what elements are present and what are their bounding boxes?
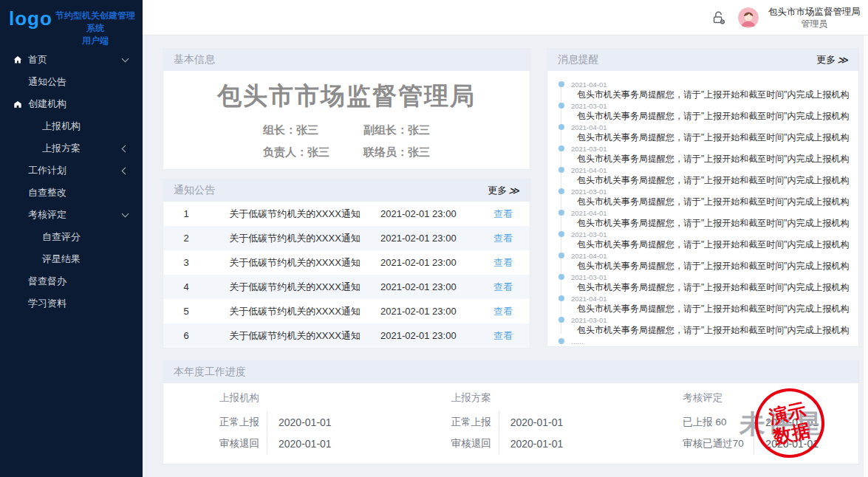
messages-title: 消息提醒 [558,53,599,66]
message-date: 2021-03-01 [571,316,848,324]
field-value: 张三 [296,123,318,136]
message-text: 包头市机关事务局提醒您，请于"上报开始和截至时间"内完成上报机构 [571,90,848,100]
message-item: 2021-03-01包头市机关事务局提醒您，请于"上报开始和截至时间"内完成上报… [558,316,848,335]
user-org-name: 包头市市场监督管理局 [768,6,861,18]
message-text: 包头市机关事务局提醒您，请于"上报开始和截至时间"内完成上报机构 [571,219,848,228]
notices-more-label: 更多 [488,184,507,197]
notice-title: 关于低碳节约机关的XXXX通知 [209,207,380,221]
view-link[interactable]: 查看 [476,232,530,245]
message-item: 2021-03-01包头市机关事务局提醒您，请于"上报开始和截至时间"内完成上报… [558,145,848,164]
message-item: 2021-04-01包头市机关事务局提醒您，请于"上报开始和截至时间"内完成上报… [558,295,848,314]
sidebar-item-label: 自查整改 [28,186,66,199]
message-text: 包头市机关事务局提醒您，请于"上报开始和截至时间"内完成上报机构 [571,326,848,335]
message-date: 2021-03-01 [571,102,848,110]
progress-header: 本年度工作进度 [163,361,858,383]
notice-title: 关于低碳节约机关的XXXX通知 [209,305,380,318]
sidebar-item-home[interactable]: 首页 [0,49,143,71]
field-value: 张三 [307,145,329,158]
sidebar-item-create-org[interactable]: 创建机构 [0,93,143,115]
system-title-line1: 节约型机关创建管理系统 [52,10,138,35]
message-date: 2021-04-01 [571,295,848,303]
sidebar-item-self-check[interactable]: 自查整改 [0,182,143,204]
message-text: 包头市机关事务局提醒您，请于"上报开始和截至时间"内完成上报机构 [571,261,848,271]
sidebar-item-self-score[interactable]: 自查评分 [0,226,143,248]
progress-value: 2020-01-01 [267,433,332,454]
notice-row: 4关于低碳节约机关的XXXX通知2021-02-01 23:00查看 [163,275,530,299]
timeline-dot-icon [558,231,564,237]
system-title-line2: 用户端 [52,35,138,47]
timeline-ellipsis: ...... [558,337,848,346]
message-item: 2021-04-01包头市机关事务局提醒您，请于"上报开始和截至时间"内完成上报… [558,209,848,228]
user-info[interactable]: 包头市市场监督管理局 管理员 [768,6,861,30]
view-link[interactable]: 查看 [476,305,530,318]
basic-info-title: 基本信息 [174,53,215,66]
sidebar-item-label: 考核评定 [28,208,66,222]
notice-index: 3 [163,257,209,268]
timeline-dot-icon [558,210,564,216]
timeline-dot-icon [558,253,564,258]
progress-line: 正常上报2020-01-01 [219,411,395,433]
sidebar-item-label: 通知公告 [28,75,66,89]
notice-date: 2021-02-01 23:00 [380,208,476,219]
field-value: 张三 [408,123,430,136]
chevron-left-icon [122,145,129,152]
sidebar-item-study[interactable]: 学习资料 [0,292,143,315]
message-item: 2021-04-01包头市机关事务局提醒您，请于"上报开始和截至时间"内完成上报… [558,252,848,271]
sidebar-item-label: 督查督办 [28,275,66,288]
messages-more-label: 更多 [816,53,835,66]
messages-more-link[interactable]: 更多 ≫ [816,53,848,66]
sidebar-item-label: 首页 [28,53,47,66]
notice-row: 1关于低碳节约机关的XXXX通知2021-02-01 23:00查看 [163,202,530,226]
notices-table: 1关于低碳节约机关的XXXX通知2021-02-01 23:00查看2关于低碳节… [163,202,530,348]
notice-index: 1 [163,208,209,219]
lock-settings-icon[interactable] [709,8,728,27]
message-date: 2021-03-01 [571,145,848,153]
sidebar-item-report-plan[interactable]: 上报方案 [0,137,143,159]
topbar: 包头市市场监督管理局 管理员 [143,0,868,35]
avatar[interactable] [738,7,759,28]
view-link[interactable]: 查看 [476,281,530,294]
sidebar-item-label: 上报方案 [42,142,81,155]
message-text: 包头市机关事务局提醒您，请于"上报开始和截至时间"内完成上报机构 [571,240,848,250]
view-link[interactable]: 查看 [476,256,530,270]
progress-value: 2020-01-01 [267,411,332,433]
progress-line: 正常上报2020-01-01 [451,411,627,433]
user-role: 管理员 [768,18,861,30]
sidebar-item-assessment[interactable]: 考核评定 [0,204,143,226]
progress-label: 审核退回 [219,437,267,450]
sidebar-item-star-result[interactable]: 评星结果 [0,248,143,270]
field-value: 张三 [408,145,430,158]
chevron-left-icon [122,167,129,174]
timeline-dot-icon [558,338,564,344]
sidebar-item-supervise[interactable]: 督查督办 [0,270,143,292]
field-label: 副组长： [363,123,408,136]
scrollbar-track[interactable] [863,35,868,477]
field-label: 负责人： [263,145,307,158]
progress-label: 正常上报 [451,416,499,429]
double-arrow-icon: ≫ [508,185,519,196]
sidebar-menu: 首页通知公告创建机构上报机构上报方案工作计划自查整改考核评定自查评分评星结果督查… [0,49,143,315]
notice-title: 关于低碳节约机关的XXXX通知 [209,256,380,270]
sidebar-item-label: 学习资料 [28,297,66,310]
notice-index: 4 [163,281,209,292]
notice-row: 6关于低碳节约机关的XXXX通知2021-02-01 23:00查看 [163,323,530,348]
message-text: 包头市机关事务局提醒您，请于"上报开始和截至时间"内完成上报机构 [571,154,848,164]
sidebar-item-label: 创建机构 [28,97,66,111]
view-link[interactable]: 查看 [476,329,530,343]
logo[interactable]: logo [9,6,52,31]
message-date: 2021-04-01 [571,209,848,217]
sidebar-item-work-plan[interactable]: 工作计划 [0,159,143,182]
basic-info-body: 包头市市场监督管理局 组长：张三副组长：张三负责人：张三联络员：张三 [163,71,530,169]
progress-line: 审核退回2020-01-01 [451,433,627,454]
notice-title: 关于低碳节约机关的XXXX通知 [209,329,380,343]
message-item: 2021-04-01包头市机关事务局提醒您，请于"上报开始和截至时间"内完成上报… [558,123,848,143]
message-timeline: 2021-04-01包头市机关事务局提醒您，请于"上报开始和截至时间"内完成上报… [558,80,848,346]
field-label: 组长： [263,123,296,136]
notices-more-link[interactable]: 更多 ≫ [488,184,519,197]
notices-title: 通知公告 [174,184,215,197]
progress-group-title: 上报机构 [219,391,395,405]
sidebar-item-report-org[interactable]: 上报机构 [0,115,143,137]
sidebar-item-notice[interactable]: 通知公告 [0,71,143,93]
view-link[interactable]: 查看 [476,207,530,221]
messages-body: 2021-04-01包头市机关事务局提醒您，请于"上报开始和截至时间"内完成上报… [547,71,858,346]
